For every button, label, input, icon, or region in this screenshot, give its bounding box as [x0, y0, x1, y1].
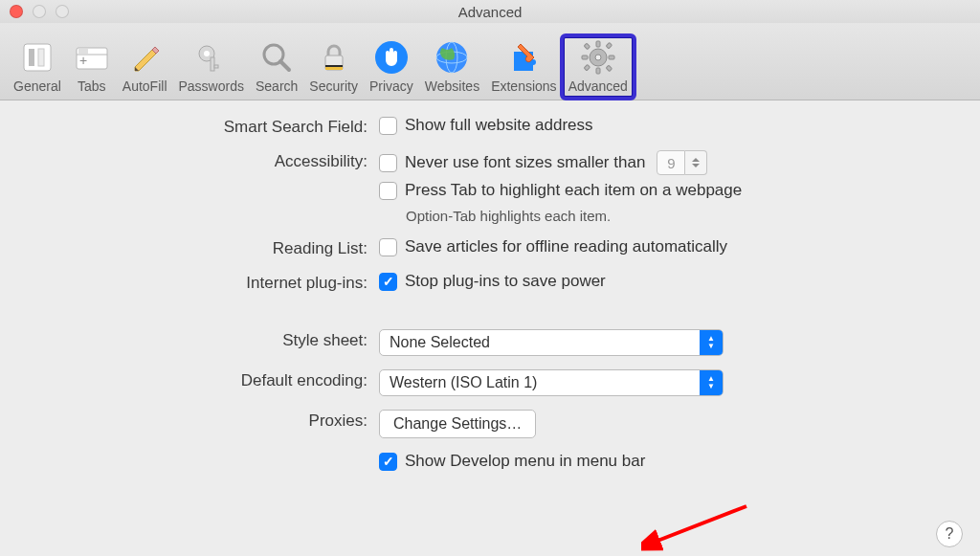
button-change-proxy-settings[interactable]: Change Settings…	[379, 410, 536, 438]
tab-label: Advanced	[568, 78, 628, 94]
tab-extensions[interactable]: Extensions	[485, 36, 562, 98]
content-pane: Smart Search Field: Show full website ad…	[0, 100, 980, 556]
checkbox-press-tab[interactable]	[379, 182, 397, 200]
tab-label: AutoFill	[122, 78, 167, 94]
pencil-icon	[125, 38, 164, 77]
tab-websites[interactable]: Websites	[419, 36, 485, 98]
tab-security[interactable]: Security	[303, 36, 364, 98]
label-reading-list: Reading List:	[23, 237, 368, 258]
toolbar: General + Tabs AutoFill Passwords Search	[0, 24, 980, 100]
svg-marker-33	[692, 158, 700, 162]
lock-icon	[315, 38, 353, 77]
svg-rect-0	[24, 44, 51, 71]
zoom-window-button[interactable]	[56, 5, 69, 18]
tab-label: Search	[256, 78, 298, 94]
svg-point-11	[204, 51, 210, 56]
label-encoding: Default encoding:	[23, 369, 368, 390]
svg-rect-26	[596, 68, 600, 74]
svg-rect-13	[214, 65, 218, 68]
tab-label: Security	[309, 78, 358, 94]
tab-label: Extensions	[491, 78, 556, 94]
svg-rect-29	[584, 43, 590, 49]
traffic-lights	[10, 5, 69, 18]
svg-rect-27	[582, 56, 588, 59]
text-stop-plugins: Stop plug-ins to save power	[405, 272, 606, 291]
popup-value: None Selected	[390, 334, 490, 351]
svg-rect-28	[609, 56, 614, 59]
svg-marker-34	[692, 164, 700, 167]
tab-label: Websites	[425, 78, 479, 94]
button-label: Change Settings…	[393, 415, 522, 433]
row-encoding: Default encoding: Western (ISO Latin 1) …	[23, 369, 957, 396]
puzzle-icon	[504, 38, 543, 77]
titlebar: Advanced	[0, 0, 980, 24]
tab-passwords[interactable]: Passwords	[173, 36, 250, 98]
svg-rect-31	[606, 42, 612, 48]
text-show-full-url: Show full website address	[405, 116, 593, 135]
magnifier-icon	[257, 38, 296, 77]
preferences-window: Advanced General + Tabs AutoFill Pas	[0, 0, 980, 556]
text-min-font-size: Never use font sizes smaller than	[405, 153, 645, 172]
svg-line-15	[280, 61, 289, 70]
tab-tabs[interactable]: + Tabs	[67, 36, 117, 98]
tab-label: Tabs	[78, 78, 106, 94]
checkbox-min-font-size[interactable]	[379, 154, 397, 172]
min-font-size-stepper[interactable]	[685, 150, 707, 175]
svg-rect-32	[584, 64, 590, 70]
close-window-button[interactable]	[10, 5, 23, 18]
svg-marker-7	[135, 50, 156, 71]
text-press-tab: Press Tab to highlight each item on a we…	[405, 181, 742, 200]
checkbox-show-full-url[interactable]	[379, 117, 397, 135]
svg-rect-30	[606, 65, 612, 71]
checkbox-stop-plugins[interactable]	[379, 273, 397, 291]
row-smart-search: Smart Search Field: Show full website ad…	[23, 116, 957, 137]
svg-point-24	[595, 55, 601, 60]
tab-privacy[interactable]: Privacy	[364, 36, 419, 98]
svg-rect-2	[38, 49, 44, 66]
tab-advanced[interactable]: Advanced	[563, 36, 634, 98]
globe-icon	[433, 38, 471, 77]
help-label: ?	[946, 525, 954, 543]
minimize-window-button[interactable]	[33, 5, 46, 18]
tab-label: General	[13, 78, 61, 94]
text-show-develop-menu: Show Develop menu in menu bar	[405, 452, 645, 471]
row-proxies: Proxies: Change Settings…	[23, 410, 957, 438]
switch-icon	[18, 38, 56, 77]
row-develop-menu: Show Develop menu in menu bar	[23, 452, 957, 471]
note-option-tab: Option-Tab highlights each item.	[406, 208, 742, 224]
popup-style-sheet[interactable]: None Selected ▲▼	[379, 329, 724, 356]
key-icon	[192, 38, 231, 77]
popup-encoding[interactable]: Western (ISO Latin 1) ▲▼	[379, 369, 724, 396]
label-style-sheet: Style sheet:	[23, 329, 368, 350]
text-offline-reading: Save articles for offline reading automa…	[405, 237, 727, 256]
label-accessibility: Accessibility:	[23, 150, 368, 171]
tab-label: Privacy	[369, 78, 413, 94]
tab-search[interactable]: Search	[250, 36, 303, 98]
label-plugins: Internet plug-ins:	[23, 272, 368, 293]
svg-rect-1	[29, 49, 34, 66]
tab-autofill[interactable]: AutoFill	[117, 36, 173, 98]
svg-rect-25	[596, 41, 600, 47]
svg-rect-12	[211, 57, 214, 71]
row-style-sheet: Style sheet: None Selected ▲▼	[23, 329, 957, 356]
gear-icon	[579, 38, 617, 77]
min-font-size-field: 9	[657, 150, 707, 175]
chevron-updown-icon: ▲▼	[700, 330, 723, 355]
label-proxies: Proxies:	[23, 410, 368, 431]
window-title: Advanced	[458, 4, 523, 20]
row-plugins: Internet plug-ins: Stop plug-ins to save…	[23, 272, 957, 293]
min-font-size-value[interactable]: 9	[657, 150, 685, 175]
label-smart-search: Smart Search Field:	[23, 116, 368, 137]
checkbox-show-develop-menu[interactable]	[379, 453, 397, 471]
row-reading-list: Reading List: Save articles for offline …	[23, 237, 957, 258]
tab-label: Passwords	[179, 78, 244, 94]
tabs-icon: +	[73, 38, 111, 77]
tab-general[interactable]: General	[8, 36, 67, 98]
checkbox-offline-reading[interactable]	[379, 238, 397, 256]
row-accessibility: Accessibility: Never use font sizes smal…	[23, 150, 957, 224]
svg-text:+: +	[79, 53, 87, 68]
svg-rect-18	[325, 65, 343, 67]
help-button[interactable]: ?	[936, 521, 963, 547]
hand-icon	[372, 38, 411, 77]
chevron-updown-icon: ▲▼	[700, 370, 723, 395]
